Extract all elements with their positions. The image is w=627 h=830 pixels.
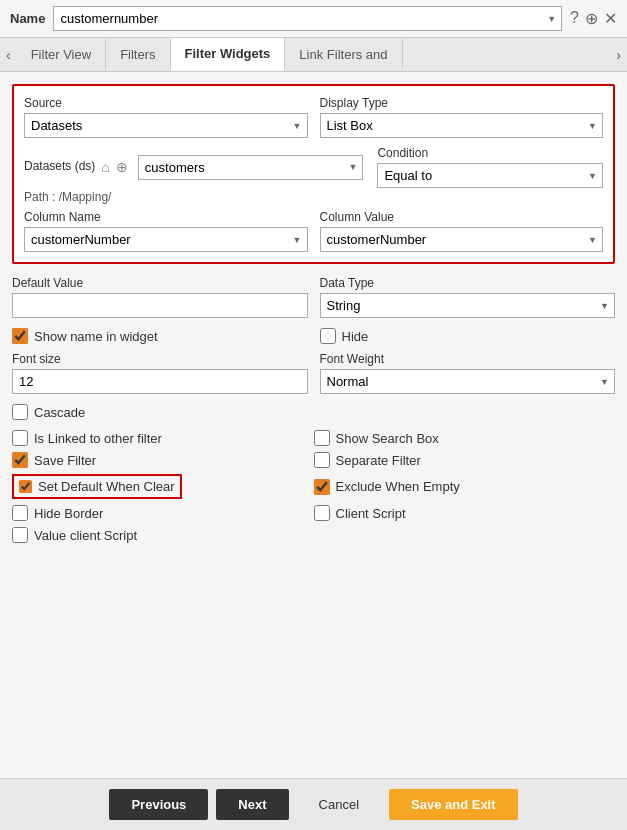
client-script-row: Client Script (314, 505, 616, 521)
name-label: Name (10, 11, 45, 26)
display-type-select[interactable]: List Box (320, 113, 604, 138)
data-type-label: Data Type (320, 276, 616, 290)
font-row: Font size Font Weight Normal Bold Light (12, 352, 615, 394)
previous-button[interactable]: Previous (109, 789, 208, 820)
font-weight-select[interactable]: Normal Bold Light (320, 369, 616, 394)
hide-border-row: Hide Border (12, 505, 314, 521)
column-name-label: Column Name (24, 210, 308, 224)
hide-check-row: Hide (320, 328, 616, 344)
name-select[interactable]: customernumber (53, 6, 562, 31)
show-search-checkbox[interactable] (314, 430, 330, 446)
exclude-empty-checkbox[interactable] (314, 479, 330, 495)
close-icon[interactable]: ✕ (604, 9, 617, 28)
top-bar: Name customernumber ? ⊕ ✕ (0, 0, 627, 38)
data-type-select[interactable]: String (320, 293, 616, 318)
value-client-checkbox[interactable] (12, 527, 28, 543)
home-icon[interactable]: ⌂ (101, 159, 109, 175)
path-text: Path : /Mapping/ (24, 190, 603, 204)
source-label: Source (24, 96, 308, 110)
show-name-hide-row: Show name in widget Hide (12, 328, 615, 344)
show-search-row: Show Search Box (314, 430, 616, 446)
condition-label: Condition (377, 146, 603, 160)
source-field: Source Datasets (24, 96, 308, 138)
save-exit-button[interactable]: Save and Exit (389, 789, 518, 820)
top-bar-icons: ? ⊕ ✕ (570, 9, 617, 28)
save-filter-label: Save Filter (34, 453, 96, 468)
default-datatype-row: Default Value Data Type String (12, 276, 615, 318)
set-default-highlighted: Set Default When Clear (12, 474, 314, 499)
set-default-exclude-row: Set Default When Clear Exclude When Empt… (12, 474, 615, 499)
add-icon[interactable]: ⊕ (116, 159, 128, 175)
next-button[interactable]: Next (216, 789, 288, 820)
display-type-label: Display Type (320, 96, 604, 110)
cancel-button[interactable]: Cancel (297, 789, 381, 820)
font-weight-label: Font Weight (320, 352, 616, 366)
show-name-checkbox[interactable] (12, 328, 28, 344)
column-value-select[interactable]: customerNumber (320, 227, 604, 252)
font-weight-col: Font Weight Normal Bold Light (320, 352, 616, 394)
hide-checkbox[interactable] (320, 328, 336, 344)
datasets-label: Datasets (ds) (24, 159, 95, 173)
separate-filter-checkbox[interactable] (314, 452, 330, 468)
bottom-bar: Previous Next Cancel Save and Exit (0, 778, 627, 830)
font-size-label: Font size (12, 352, 308, 366)
move-icon[interactable]: ⊕ (585, 9, 598, 28)
show-search-label: Show Search Box (336, 431, 439, 446)
source-select[interactable]: Datasets (24, 113, 308, 138)
show-name-check-row: Show name in widget (12, 328, 308, 344)
column-value-field: Column Value customerNumber (320, 210, 604, 252)
hide-border-client-row: Hide Border Client Script (12, 505, 615, 521)
separate-filter-row: Separate Filter (314, 452, 616, 468)
hide-border-checkbox[interactable] (12, 505, 28, 521)
datasets-row: Datasets (ds) ⌂ ⊕ customers Condition Eq… (24, 146, 603, 188)
save-filter-row: Save Filter (12, 452, 314, 468)
value-client-row: Value client Script (12, 527, 615, 543)
tab-arrow-left[interactable]: ‹ (0, 39, 17, 71)
tab-link-filters[interactable]: Link Filters and (285, 39, 402, 70)
separate-filter-label: Separate Filter (336, 453, 421, 468)
is-linked-checkbox[interactable] (12, 430, 28, 446)
main-content: Source Datasets Display Type List Box (0, 72, 627, 778)
data-type-col: Data Type String (320, 276, 616, 318)
tab-filter-widgets[interactable]: Filter Widgets (171, 38, 286, 71)
cascade-label: Cascade (34, 405, 85, 420)
client-script-label: Client Script (336, 506, 406, 521)
font-size-col: Font size (12, 352, 308, 394)
column-value-label: Column Value (320, 210, 604, 224)
set-default-checkbox[interactable] (19, 480, 32, 493)
is-linked-label: Is Linked to other filter (34, 431, 162, 446)
linked-search-row: Is Linked to other filter Show Search Bo… (12, 430, 615, 446)
default-value-input[interactable] (12, 293, 308, 318)
tab-arrow-right[interactable]: › (610, 39, 627, 71)
default-value-col: Default Value (12, 276, 308, 318)
set-default-label: Set Default When Clear (38, 479, 175, 494)
tab-filters[interactable]: Filters (106, 39, 170, 70)
help-icon[interactable]: ? (570, 9, 579, 28)
datasets-select[interactable]: customers (138, 155, 364, 180)
exclude-empty-row: Exclude When Empty (314, 474, 616, 499)
source-section: Source Datasets Display Type List Box (12, 84, 615, 264)
is-linked-row: Is Linked to other filter (12, 430, 314, 446)
save-separate-row: Save Filter Separate Filter (12, 452, 615, 468)
column-name-field: Column Name customerNumber (24, 210, 308, 252)
exclude-empty-label: Exclude When Empty (336, 479, 460, 494)
condition-select[interactable]: Equal to (377, 163, 603, 188)
hide-label: Hide (342, 329, 369, 344)
tab-filter-view[interactable]: Filter View (17, 39, 106, 70)
cascade-row: Cascade (12, 404, 615, 420)
tabs: ‹ Filter View Filters Filter Widgets Lin… (0, 38, 627, 72)
font-size-input[interactable] (12, 369, 308, 394)
hide-border-label: Hide Border (34, 506, 103, 521)
column-name-select[interactable]: customerNumber (24, 227, 308, 252)
cascade-checkbox[interactable] (12, 404, 28, 420)
display-type-field: Display Type List Box (320, 96, 604, 138)
save-filter-checkbox[interactable] (12, 452, 28, 468)
value-client-label: Value client Script (34, 528, 137, 543)
set-default-box: Set Default When Clear (12, 474, 182, 499)
client-script-checkbox[interactable] (314, 505, 330, 521)
default-value-label: Default Value (12, 276, 308, 290)
show-name-label: Show name in widget (34, 329, 158, 344)
